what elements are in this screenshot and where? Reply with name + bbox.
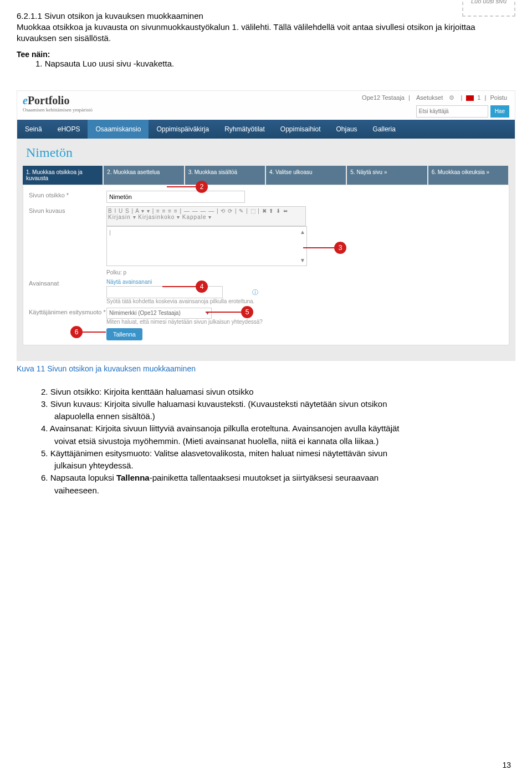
instruction-list: 2. Sivun otsikko: Kirjoita kenttään halu… — [41, 386, 515, 496]
header-search: Hae — [416, 105, 509, 118]
annotation-4: 4 — [196, 281, 208, 293]
settings-link[interactable]: Asetukset ⚙ — [414, 94, 457, 101]
list-item-5b: julkaisun yhteydessä. — [54, 460, 515, 471]
nav-item-osaamiskansio[interactable]: Osaamiskansio — [88, 120, 149, 139]
wizard-step-6[interactable]: 6. Muokkaa oikeuksia » — [428, 166, 508, 185]
wizard-step-2[interactable]: 2. Muokkaa asettelua — [104, 166, 183, 185]
form-area: Sivun otsikko * Sivun kuvaus B I U S | A… — [23, 185, 509, 345]
search-input[interactable] — [416, 105, 488, 118]
nav-item-galleria[interactable]: Galleria — [365, 120, 403, 139]
scroll-down-icon[interactable]: ▼ — [300, 257, 305, 263]
annotation-5: 5 — [241, 306, 253, 318]
list-item-3a: 3. Sivun kuvaus: Kirjoita sivulle haluam… — [41, 399, 515, 410]
select-value: Nimimerkki (Ope12 Testaaja) — [109, 310, 181, 316]
list-item-6b: vaiheeseen. — [54, 485, 515, 496]
nav-item-oppimisaihiot[interactable]: Oppimisaihiot — [273, 120, 329, 139]
annotation-6: 6 — [70, 326, 83, 338]
list-item-6a: 6. Napsauta lopuksi Tallenna-painiketta … — [41, 472, 515, 483]
input-sivun-otsikko[interactable] — [106, 191, 245, 203]
tee-nain-label: Tee näin: — [17, 50, 515, 59]
nav-item-ohjaus[interactable]: Ohjaus — [329, 120, 365, 139]
editor-path: Polku: p — [106, 269, 503, 276]
list-item-5a: 5. Käyttäjänimen esitysmuoto: Valitse al… — [41, 448, 515, 459]
app-logo: ePortfolio Osaamisen kehittämisen ympäri… — [23, 94, 93, 113]
logo-subtitle: Osaamisen kehittämisen ympäristö — [23, 107, 93, 113]
app-screenshot: ePortfolio Osaamisen kehittämisen ympäri… — [17, 90, 515, 361]
label-sivun-otsikko: Sivun otsikko * — [29, 191, 106, 203]
editor-toolbar[interactable]: B I U S | A ▾ ▾ | ≡ ≡ ≡ ≡ | — — — — | ⟲ … — [106, 206, 306, 226]
hint-esitysmuoto: Miten haluat, että nimesi näytetään sivu… — [106, 319, 503, 325]
page-title: Nimetön — [17, 139, 515, 166]
logo-e: e — [23, 94, 28, 106]
tallenna-button[interactable]: Tallenna — [106, 328, 142, 340]
toolbar-line2: Kirjasin ▾ Kirjasinkoko ▾ Kappale ▾ — [108, 214, 304, 220]
gear-icon: ⚙ — [449, 94, 454, 101]
annotation-6-line — [83, 332, 106, 333]
annotation-2: 2 — [196, 181, 208, 193]
wizard-step-4[interactable]: 4. Valitse ulkoasu — [266, 166, 346, 185]
logo-portfolio: Portfolio — [28, 94, 70, 106]
intro-paragraph: Muokkaa otsikkoa ja kuvausta on sivunmuo… — [17, 22, 515, 44]
wizard-step-1[interactable]: 1. Muokkaa otsikkoa ja kuvausta — [23, 166, 103, 185]
annotation-5-line — [206, 312, 241, 313]
nav-item-ehops[interactable]: eHOPS — [50, 120, 88, 139]
list-item-4b: voivat etsiä sivustoja myöhemmin. (Mieti… — [54, 436, 515, 447]
create-page-tile[interactable]: + Luo uusi sivu — [462, 0, 515, 17]
figure-caption: Kuva 11 Sivun otsikon ja kuvauksen muokk… — [17, 364, 515, 373]
main-nav: Seinä eHOPS Osaamiskansio Oppimispäiväki… — [17, 120, 515, 139]
toolbar-line1: B I U S | A ▾ ▾ | ≡ ≡ ≡ ≡ | — — — — | ⟲ … — [108, 208, 304, 214]
select-esitysmuoto[interactable]: Nimimerkki (Ope12 Testaaja) ▾ — [106, 308, 212, 319]
user-link[interactable]: Ope12 Testaaja — [362, 94, 405, 101]
nav-item-oppimispaivakirja[interactable]: Oppimispäiväkirja — [149, 120, 217, 139]
wizard-tabs: 1. Muokkaa otsikkoa ja kuvausta 2. Muokk… — [23, 166, 509, 185]
nav-item-ryhmatyotilat[interactable]: Ryhmätyötilat — [217, 120, 273, 139]
hint-avainsanat: Syötä tätä kohdetta koskevia avainsanoja… — [106, 298, 503, 304]
notif-count[interactable]: 1 — [477, 94, 480, 101]
wizard-step-3[interactable]: 3. Muokkaa sisältöä — [185, 166, 265, 185]
annotation-2-line — [167, 186, 196, 187]
scroll-up-icon[interactable]: ▲ — [300, 229, 305, 235]
header-links: Ope12 Testaaja | Asetukset ⚙ | 1 | Poist… — [360, 94, 509, 101]
label-sivun-kuvaus: Sivun kuvaus — [29, 206, 106, 266]
link-nayta-avainsanani[interactable]: Näytä avainsanani — [106, 279, 503, 285]
create-page-label: Luo uusi sivu — [463, 0, 514, 4]
list-item-3b: alapuolella ennen sisältöä.) — [54, 411, 515, 422]
annotation-4-line — [162, 286, 196, 287]
list-item-4a: 4. Avainsanat: Kirjoita sivuun liittyviä… — [41, 423, 515, 434]
label-avainsanat: Avainsanat — [29, 279, 106, 304]
flag-icon — [466, 95, 474, 101]
list-item-2: 2. Sivun otsikko: Kirjoita kenttään halu… — [41, 386, 515, 397]
info-icon: ⓘ — [252, 289, 258, 295]
annotation-3: 3 — [334, 242, 346, 254]
label-esitysmuoto: Käyttäjänimen esitysmuoto * — [29, 308, 106, 325]
annotation-3-line — [303, 247, 334, 248]
nav-item-seina[interactable]: Seinä — [17, 120, 50, 139]
wizard-step-5[interactable]: 5. Näytä sivu » — [347, 166, 427, 185]
section-heading: 6.2.1.1 Sivun otsikon ja kuvauksen muokk… — [17, 11, 515, 21]
editor-textarea[interactable]: | ▲ ▼ — [106, 226, 307, 266]
search-button[interactable]: Hae — [490, 105, 509, 118]
logout-link[interactable]: Poistu — [490, 94, 507, 101]
step-1: 1. Napsauta Luo uusi sivu -kuvaketta. — [35, 59, 515, 68]
